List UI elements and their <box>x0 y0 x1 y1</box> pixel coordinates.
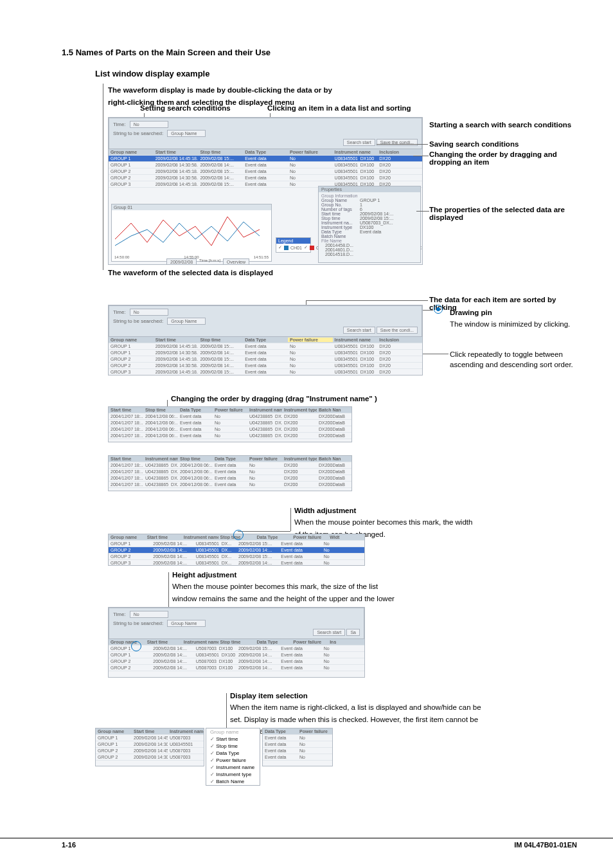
time-label: Time: <box>113 122 126 127</box>
displayitem-right: Data TypePower failure Event dataNoEvent… <box>262 728 333 766</box>
table-row[interactable]: GROUP 22009/02/08 14:45:18.1252009/02/08… <box>109 168 422 175</box>
context-menu[interactable]: Group nameStart timeStop timeData TypePo… <box>206 728 260 786</box>
table-row[interactable]: 2004/12/07 18:...2004/12/08 06:...Event … <box>109 433 351 439</box>
table-row[interactable]: 2004/12/07 18:...U04238865_DX...2004/12/… <box>109 482 351 488</box>
pin-icon <box>434 305 443 314</box>
table-row[interactable]: GROUP 22009/02/08 14:30:58.975U5087003 <box>96 754 204 761</box>
table-row[interactable]: GROUP 12009/02/08 14:30:58.9752009/02/08… <box>109 162 422 168</box>
table-row[interactable]: GROUP 22009/02/08 14:45:18.1252009/02/08… <box>109 356 422 363</box>
chart-xlabel: Time [h:m:s] <box>199 258 220 265</box>
table-row[interactable]: GROUP 22009/02/08 14:...U08345501_DX...2… <box>109 554 364 560</box>
time-select[interactable]: No <box>130 309 168 316</box>
table-row[interactable]: GROUP 12009/02/08 14:45:18.1252009/02/08… <box>109 343 422 350</box>
search-start-button[interactable]: Search start <box>343 139 375 146</box>
search-start-button[interactable]: Search start <box>313 629 345 636</box>
table-row[interactable]: GROUP 22009/02/08 14:45:18.125U5087003 <box>96 748 204 754</box>
table-row[interactable]: GROUP 22009/02/08 14:30:58.9752009/02/08… <box>109 175 422 181</box>
search-start-button[interactable]: Search start <box>343 327 375 334</box>
table-row[interactable]: GROUP 12009/02/08 14:45:18.1252009/02/08… <box>109 156 422 162</box>
resize-cursor-icon <box>233 530 244 540</box>
callout-start-search: Starting a search with search conditions <box>429 121 571 129</box>
callout-properties: The properties of the selected data are … <box>429 206 571 221</box>
table-row[interactable]: GROUP 22009/02/08 14:...U5087003_DX10020… <box>109 665 364 671</box>
string-label: String to be searched: <box>113 131 163 136</box>
property-row: Instrument na...U5087003_DX... <box>321 221 418 225</box>
displayitem-left: Group nameStart timeInstrument name GROU… <box>95 728 204 766</box>
string-select[interactable]: Group Name <box>167 318 206 325</box>
save-cond-button[interactable]: Save the condi... <box>377 139 418 146</box>
properties-panel: Properties Group Information Group NameG… <box>318 186 421 263</box>
property-file: 20014518.D... <box>325 252 418 257</box>
table-row[interactable]: Event dataNo <box>263 748 332 754</box>
context-menu-item[interactable]: Batch Name <box>206 778 260 785</box>
context-menu-item[interactable]: Data Type <box>206 750 260 757</box>
callout-saving-search: Saving search conditions <box>429 140 519 148</box>
context-menu-item[interactable]: Power failure <box>206 757 260 764</box>
page-number: 1-16 <box>62 841 76 849</box>
table-row[interactable]: 2004/12/07 18:...U04238865_DX...2004/12/… <box>109 469 351 475</box>
waveform-chart <box>112 210 272 255</box>
context-menu-item[interactable]: Instrument name <box>206 764 260 771</box>
string-select[interactable]: Group Name <box>167 130 206 137</box>
callout-click-sort: Clicking an item in a data list and sort… <box>267 104 411 112</box>
property-file: 20014458.D... <box>325 243 418 248</box>
property-row: Group No.1 <box>321 203 418 207</box>
table-row[interactable]: GROUP 12009/02/08 14:...U5087003_DX10020… <box>109 646 364 652</box>
sa-button[interactable]: Sa <box>346 629 360 636</box>
drag-after: Start timeInstrument nameStop timeData T… <box>108 455 352 491</box>
property-row: Instrument typeDX100 <box>321 225 418 230</box>
context-menu-item[interactable]: Start time <box>206 736 260 743</box>
save-cond-button[interactable]: Save the condi... <box>377 327 418 334</box>
property-row: Start time2009/02/08 14:... <box>321 212 418 216</box>
callout-waveform-selected: The waveform of the selected data is dis… <box>108 269 273 276</box>
table-row[interactable]: GROUP 12009/02/08 14:...U08345501_DX1002… <box>109 652 364 658</box>
chart-timebox: 2009/02/08 <box>166 258 197 265</box>
table-row[interactable]: GROUP 22009/02/08 14:...U08345501_DX...2… <box>109 547 364 554</box>
table-row[interactable]: GROUP 12009/02/08 14:30:58.975U08345501 <box>96 741 204 748</box>
search-panel: Time: No String to be searched: Group Na… <box>109 118 422 149</box>
list-header[interactable]: Group nameStart timeStop timeData TypePo… <box>109 149 422 156</box>
table-row[interactable]: 2004/12/07 18:...2004/12/08 06:...Event … <box>109 426 351 433</box>
table-row[interactable]: 2004/12/07 18:...U04238865_DX...2004/12/… <box>109 462 351 469</box>
string-select[interactable]: Group Name <box>167 620 206 627</box>
property-row: Batch Name <box>321 234 418 239</box>
height-screenshot: Time: No String to be searched: Group Na… <box>108 607 365 678</box>
table-row[interactable]: GROUP 32009/02/08 14:...U08345501_DX...2… <box>109 560 364 566</box>
overview-button[interactable]: Overview <box>223 258 249 265</box>
legend-item[interactable]: ✓ CH01 <box>278 245 302 250</box>
context-menu-item[interactable]: Group name <box>206 728 260 736</box>
table-row[interactable]: Event dataNo <box>263 754 332 761</box>
table-row[interactable]: 2004/12/07 18:...2004/12/08 06:...Event … <box>109 420 351 426</box>
table-row[interactable]: GROUP 12009/02/08 14:...U08345501_DX...2… <box>109 541 364 547</box>
sort-screenshot: Time: No String to be searched: Group Na… <box>108 305 423 375</box>
table-row[interactable]: 2004/12/07 18:...U04238865_DX...2004/12/… <box>109 475 351 482</box>
section-heading: 1.5 Names of Parts on the Main Screen an… <box>62 48 577 57</box>
property-file: 20014601.D... <box>325 248 418 252</box>
main-list-screenshot: Time: No String to be searched: Group Na… <box>108 117 423 265</box>
table-row[interactable]: Event dataNo <box>263 735 332 741</box>
drag-before: Start timeStop timeData TypePower failur… <box>108 406 352 442</box>
callout-change-drag2: Changing the order by dragging (drag "In… <box>171 395 377 402</box>
property-row: Number of tags6 <box>321 207 418 212</box>
chart-legend: Legend ✓ CH01✓ CH02✓ CH03✓ CH04✓ CH05✓ C… <box>276 237 311 253</box>
context-menu-item[interactable]: Instrument type <box>206 771 260 778</box>
callout-drawing-pin: Drawing pin The window is minimized by c… <box>450 306 570 330</box>
table-row[interactable]: GROUP 12009/02/08 14:45:18.125U5087003 <box>96 735 204 741</box>
list-heading: List window display example <box>95 69 577 78</box>
table-row[interactable]: 2004/12/07 18:...2004/12/08 06:...Event … <box>109 413 351 420</box>
table-row[interactable]: GROUP 12009/02/08 14:30:58.9752009/02/08… <box>109 350 422 356</box>
doc-id: IM 04L47B01-01EN <box>514 841 577 849</box>
callout-setting-search: Setting search conditions <box>140 104 231 112</box>
table-row[interactable]: GROUP 32009/02/08 14:45:18.1252009/02/08… <box>109 369 422 375</box>
context-menu-item[interactable]: Stop time <box>206 743 260 750</box>
property-row: Group NameGROUP 1 <box>321 198 418 203</box>
time-select[interactable]: No <box>130 121 168 128</box>
time-select[interactable]: No <box>130 611 168 618</box>
callout-click-toggle: Click repeatedly to toggle between ascen… <box>450 350 598 370</box>
table-row[interactable]: GROUP 22009/02/08 14:30:58.9752009/02/08… <box>109 363 422 369</box>
table-row[interactable]: GROUP 22009/02/08 14:...U5087003_DX10020… <box>109 658 364 665</box>
callout-change-drag: Changing the order by dragging and dropp… <box>429 150 571 166</box>
property-row: Data TypeEvent data <box>321 230 418 234</box>
property-row: Stop time2009/02/08 15:... <box>321 216 418 221</box>
table-row[interactable]: Event dataNo <box>263 741 332 748</box>
